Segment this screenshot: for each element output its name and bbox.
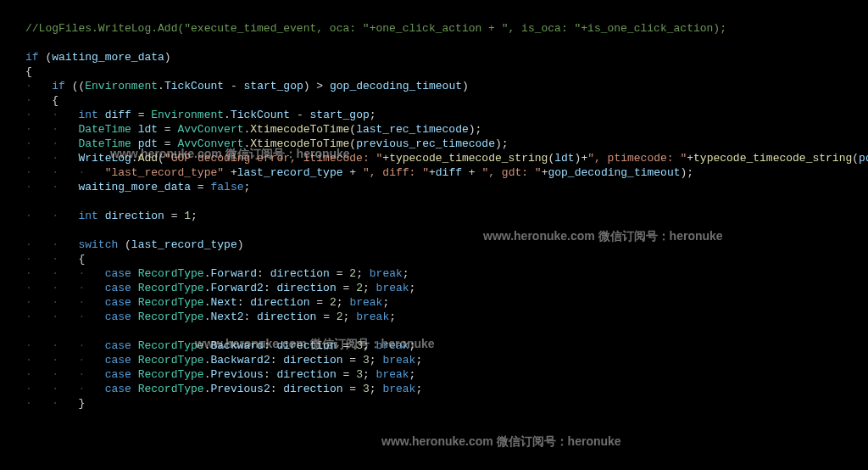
comment-line: //LogFiles.WriteLog.Add("execute_timed_e… — [25, 22, 726, 35]
keyword: if — [25, 51, 39, 64]
code-viewer: //LogFiles.WriteLog.Add("execute_timed_e… — [25, 7, 868, 411]
watermark: www.heronuke.com 微信订阅号：heronuke — [381, 434, 621, 450]
